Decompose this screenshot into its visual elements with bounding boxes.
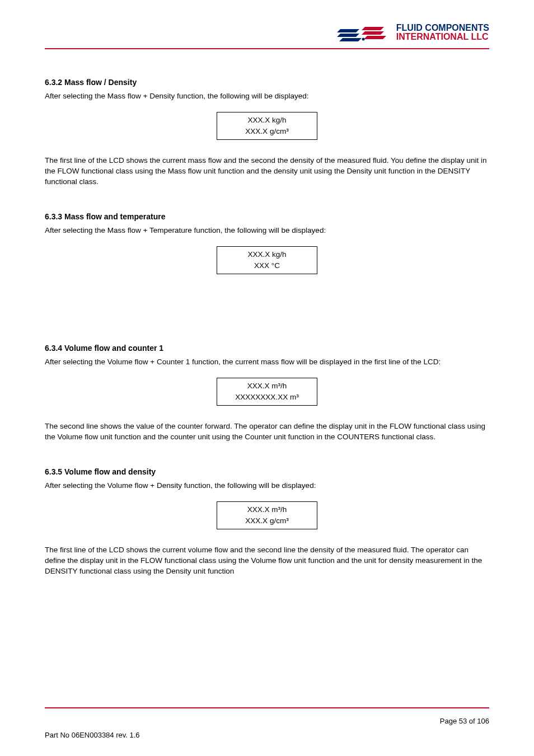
- section3-desc: The second line shows the value of the c…: [45, 421, 489, 443]
- display-box-3: XXX.X m³/h XXXXXXXX.XX m³: [217, 378, 317, 406]
- display-1-line1: XXX.X kg/h: [217, 115, 317, 126]
- logo-line2: INTERNATIONAL LLC: [396, 32, 489, 41]
- display-4-line2: XXX.X g/cm³: [217, 515, 317, 527]
- svg-marker-5: [364, 36, 386, 39]
- section3-intro: After selecting the Volume flow + Counte…: [45, 357, 489, 368]
- display-3-line2: XXXXXXXX.XX m³: [217, 392, 317, 403]
- fci-logo-icon: [337, 22, 393, 43]
- section2-intro: After selecting the Mass flow + Temperat…: [45, 226, 489, 236]
- section-heading-4: 6.3.5 Volume flow and density: [45, 467, 489, 477]
- header-divider: [45, 48, 489, 49]
- page-number: Page 53 of 106: [440, 717, 489, 725]
- display-box-1: XXX.X kg/h XXX.X g/cm³: [217, 112, 317, 140]
- header: FLUID COMPONENTS INTERNATIONAL LLC: [45, 22, 489, 43]
- footer-divider: [45, 707, 489, 708]
- section-heading-3: 6.3.4 Volume flow and counter 1: [45, 343, 489, 354]
- part-number: Part No 06EN003384 rev. 1.6: [45, 731, 140, 739]
- display-4-line1: XXX.X m³/h: [217, 504, 317, 515]
- display-box-4: XXX.X m³/h XXX.X g/cm³: [217, 501, 317, 529]
- section4-desc: The first line of the LCD shows the curr…: [45, 545, 489, 577]
- svg-point-6: [362, 38, 364, 41]
- section1-desc: The first line of the LCD shows the curr…: [45, 156, 489, 187]
- section-heading-1: 6.3.2 Mass flow / Density: [45, 77, 489, 88]
- section1-intro: After selecting the Mass flow + Density …: [45, 91, 489, 102]
- content: 6.3.2 Mass flow / Density After selectin…: [45, 77, 489, 577]
- display-3-line1: XXX.X m³/h: [217, 381, 317, 392]
- section4-intro: After selecting the Volume flow + Densit…: [45, 481, 489, 491]
- section-heading-2: 6.3.3 Mass flow and temperature: [45, 212, 489, 222]
- display-2-line2: XXX °C: [217, 260, 317, 271]
- svg-marker-1: [337, 34, 359, 37]
- svg-marker-4: [362, 31, 384, 35]
- svg-marker-3: [362, 27, 384, 30]
- display-box-2: XXX.X kg/h XXX °C: [217, 246, 317, 274]
- display-1-line2: XXX.X g/cm³: [217, 126, 317, 137]
- svg-marker-0: [337, 29, 359, 32]
- logo-text: FLUID COMPONENTS INTERNATIONAL LLC: [396, 24, 489, 41]
- logo: FLUID COMPONENTS INTERNATIONAL LLC: [337, 22, 489, 43]
- svg-marker-2: [339, 38, 362, 41]
- logo-line1: FLUID COMPONENTS: [396, 24, 489, 32]
- display-2-line1: XXX.X kg/h: [217, 249, 317, 260]
